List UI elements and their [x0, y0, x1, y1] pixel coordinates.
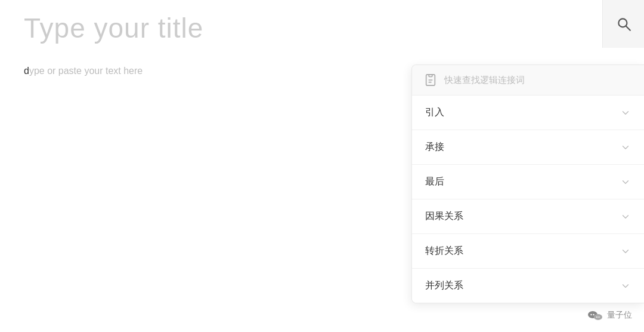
category-label-5: 转折关系 — [425, 245, 463, 257]
watermark: 量子位 — [587, 307, 632, 324]
title-placeholder[interactable]: Type your title — [24, 12, 596, 44]
category-item-1[interactable]: 引入 — [412, 96, 644, 130]
chevron-down-icon-4 — [620, 211, 631, 222]
chevron-down-icon-5 — [620, 246, 631, 257]
category-item-5[interactable]: 转折关系 — [412, 234, 644, 269]
dropdown-panel: 快速查找逻辑连接词 引入 承接 最后 — [411, 64, 644, 303]
search-placeholder: 快速查找逻辑连接词 — [444, 75, 632, 86]
category-item-3[interactable]: 最后 — [412, 165, 644, 199]
svg-point-8 — [593, 314, 594, 315]
category-item-4[interactable]: 因果关系 — [412, 199, 644, 234]
category-list: 引入 承接 最后 因果关系 — [412, 96, 644, 303]
chevron-down-icon-1 — [620, 107, 631, 118]
clipboard-icon — [424, 73, 437, 87]
svg-rect-2 — [429, 75, 432, 77]
category-label-6: 并列关系 — [425, 279, 463, 292]
editor-placeholder: ype or paste your text here — [29, 66, 143, 76]
main-container: Type your title d ype or paste your text… — [0, 0, 644, 332]
top-bar — [602, 0, 644, 48]
title-area: Type your title — [24, 12, 596, 44]
search-button[interactable] — [611, 11, 637, 37]
category-item-2[interactable]: 承接 — [412, 130, 644, 165]
category-label-2: 承接 — [425, 141, 444, 153]
editor-cursor-char: d — [24, 66, 29, 76]
chevron-down-icon-6 — [620, 281, 631, 291]
chevron-down-icon-3 — [620, 177, 631, 187]
search-bar[interactable]: 快速查找逻辑连接词 — [412, 65, 644, 96]
category-label-1: 引入 — [425, 106, 444, 119]
category-item-6[interactable]: 并列关系 — [412, 269, 644, 303]
svg-point-7 — [590, 314, 592, 315]
wechat-icon — [587, 307, 603, 324]
svg-point-10 — [599, 316, 600, 318]
category-label-4: 因果关系 — [425, 210, 463, 223]
chevron-down-icon-2 — [620, 142, 631, 153]
svg-point-6 — [594, 314, 602, 320]
svg-point-9 — [596, 316, 597, 318]
search-icon — [616, 16, 631, 32]
watermark-text: 量子位 — [607, 310, 632, 321]
svg-line-1 — [626, 26, 630, 30]
category-label-3: 最后 — [425, 176, 444, 188]
